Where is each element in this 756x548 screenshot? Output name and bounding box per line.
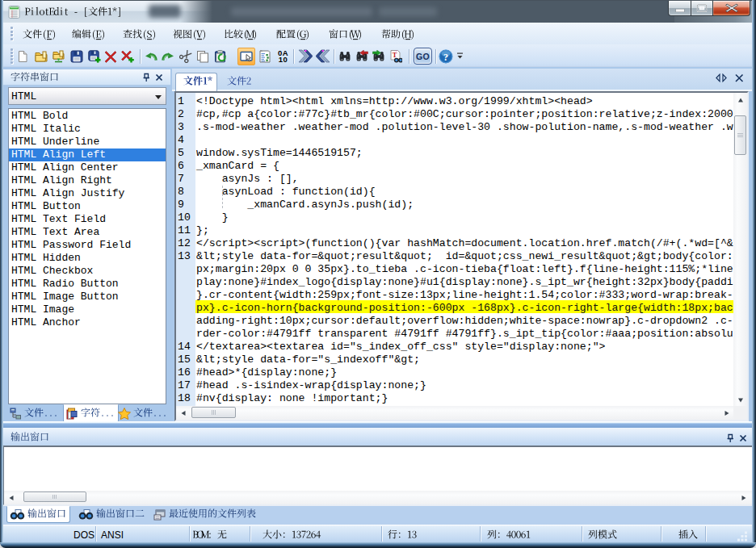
svg-text:?: ? <box>443 52 448 63</box>
svg-text:T: T <box>393 51 397 59</box>
